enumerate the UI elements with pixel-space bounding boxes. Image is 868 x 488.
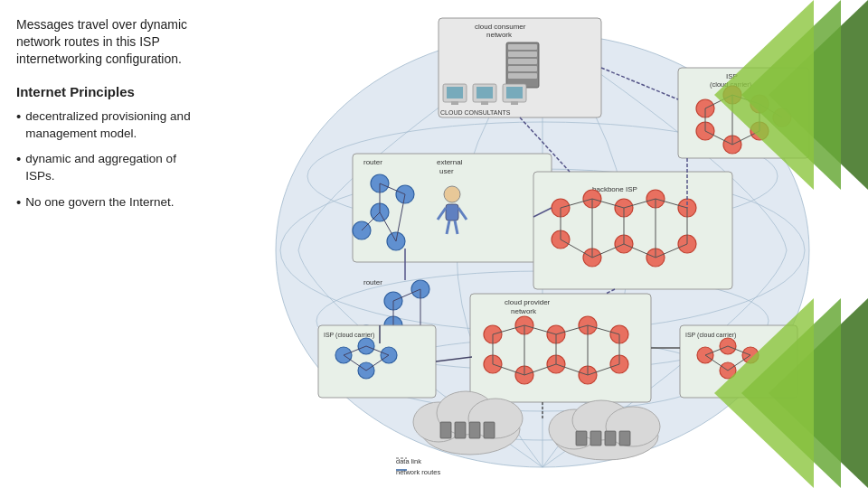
svg-text:router: router [363, 158, 382, 166]
svg-rect-20 [508, 59, 537, 64]
svg-rect-66 [446, 204, 458, 221]
svg-rect-28 [481, 101, 488, 105]
deco-top-right-chevrons [714, 0, 868, 190]
section-title: Internet Principles [16, 84, 203, 99]
svg-marker-5 [714, 298, 814, 488]
svg-rect-157 [440, 422, 451, 438]
svg-text:cloud consumer: cloud consumer [475, 23, 526, 31]
svg-text:network: network [486, 31, 513, 39]
svg-rect-19 [508, 52, 537, 57]
svg-rect-166 [590, 431, 601, 446]
svg-rect-160 [484, 422, 495, 438]
svg-rect-107 [470, 294, 651, 402]
svg-text:router: router [363, 278, 382, 286]
svg-rect-27 [476, 87, 493, 99]
bullet-item-1: • decentralized provisioning and managem… [16, 108, 203, 143]
deco-bottom-right-chevrons [714, 298, 868, 488]
svg-text:data link: data link [396, 457, 421, 465]
svg-rect-158 [455, 422, 466, 438]
bullet-item-3: • No one govern the Internet. [16, 194, 203, 211]
bullet-text-1: decentralized provisioning and managemen… [25, 108, 203, 143]
svg-rect-165 [576, 431, 587, 446]
svg-rect-22 [508, 73, 537, 79]
slide-container: Messages travel over dynamic network rou… [0, 0, 868, 488]
bullet-item-2: • dynamic and aggregation of ISPs. [16, 151, 203, 185]
svg-rect-25 [451, 101, 458, 105]
svg-rect-167 [605, 431, 616, 446]
bullet-text-2: dynamic and aggregation of ISPs. [25, 151, 203, 185]
svg-text:network routes: network routes [396, 468, 440, 474]
svg-rect-30 [506, 87, 523, 99]
bullet-text-3: No one govern the Internet. [25, 194, 174, 211]
svg-rect-31 [511, 101, 518, 105]
svg-text:external: external [437, 158, 463, 166]
bullet-marker-2: • [16, 151, 21, 167]
svg-rect-168 [619, 431, 630, 446]
bullet-list: • decentralized provisioning and managem… [16, 108, 203, 221]
svg-rect-18 [508, 44, 537, 50]
svg-rect-24 [447, 87, 463, 99]
svg-point-65 [444, 186, 460, 202]
svg-text:network: network [511, 307, 537, 315]
left-panel: Messages travel over dynamic network rou… [0, 0, 217, 488]
bullet-marker-1: • [16, 108, 21, 125]
svg-text:CLOUD CONSULTANTS: CLOUD CONSULTANTS [440, 109, 511, 116]
svg-text:user: user [439, 167, 454, 175]
bullet-marker-3: • [16, 194, 21, 211]
intro-text: Messages travel over dynamic network rou… [16, 16, 203, 68]
svg-marker-2 [714, 0, 814, 190]
svg-rect-21 [508, 66, 537, 71]
svg-text:cloud provider: cloud provider [505, 298, 551, 306]
svg-rect-159 [469, 422, 480, 438]
